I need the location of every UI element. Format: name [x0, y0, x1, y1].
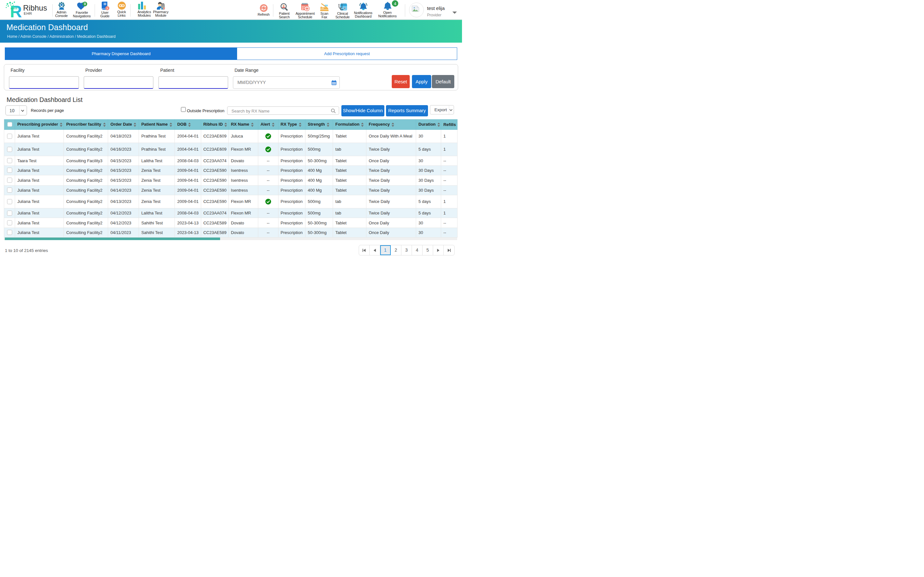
svg-text:R: R — [10, 2, 22, 18]
svg-text:0: 0 — [84, 2, 86, 6]
svg-text:BHUS: BHUS — [11, 7, 17, 10]
svg-text:4: 4 — [394, 1, 396, 6]
